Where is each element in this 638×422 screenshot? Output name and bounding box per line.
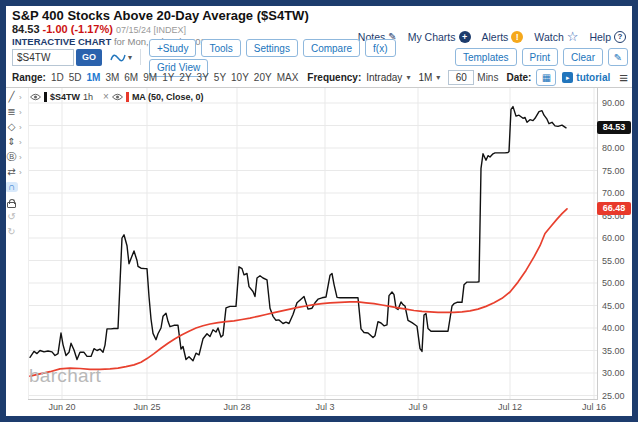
- symbol-input[interactable]: [12, 49, 74, 66]
- study-color-swatch: [126, 92, 129, 102]
- aggregation-dropdown[interactable]: 1M ▾: [418, 72, 440, 83]
- x-tick-label: Jun 20: [40, 402, 84, 412]
- watch-link[interactable]: Watch☆: [534, 29, 578, 44]
- tutorial-link[interactable]: ▸ tutorial: [562, 72, 610, 83]
- watch-label: Watch: [534, 31, 563, 43]
- arrow-tool[interactable]: ⇕›: [5, 136, 29, 148]
- fibonacci-tool[interactable]: ≣›: [5, 106, 29, 118]
- tool-expander-icon[interactable]: ›: [19, 153, 22, 162]
- frequency-label: Frequency:: [307, 72, 361, 83]
- legend-item-price-series[interactable]: $S4TW 1h: [30, 92, 93, 102]
- y-tick-label: 70.00: [602, 188, 625, 198]
- alerts-label: Alerts: [482, 31, 509, 43]
- frequency-dropdown[interactable]: Intraday ▾: [366, 72, 410, 83]
- tool-expander-icon[interactable]: ›: [19, 108, 22, 117]
- alerts-icon: !: [511, 31, 523, 43]
- tools-button[interactable]: Tools: [201, 39, 240, 57]
- frequency-value: Intraday: [366, 72, 402, 83]
- x-tick-label: Jun 25: [125, 402, 169, 412]
- templates-button[interactable]: Templates: [455, 48, 517, 66]
- y-tick-label: 80.00: [602, 143, 625, 153]
- tool-expander-icon[interactable]: ›: [19, 123, 22, 132]
- price-chart-plot[interactable]: [28, 88, 598, 400]
- tool-expander-icon[interactable]: ›: [19, 93, 22, 102]
- y-tick-label: 45.00: [602, 301, 625, 311]
- quote-line: 84.53 -1.00 (-1.17%) 07/15/24 [INDEX]: [12, 23, 186, 35]
- visibility-eye-icon[interactable]: [112, 93, 123, 101]
- remove-study-icon[interactable]: ×: [103, 91, 109, 102]
- compare-arrows-tool-icon: ⇄: [5, 167, 18, 177]
- undo-button[interactable]: ↺: [5, 211, 29, 223]
- y-tick-label: 55.00: [602, 256, 625, 266]
- redo-button[interactable]: ↻: [5, 226, 29, 238]
- price-line-series: [30, 107, 566, 361]
- annotate-pencil-button[interactable]: ✎: [608, 48, 628, 66]
- tool-expander-icon[interactable]: ›: [19, 168, 22, 177]
- barchart-interactive-chart-window: S&P 400 Stocks Above 20-Day Average ($S4…: [0, 0, 638, 422]
- range-10y[interactable]: 10Y: [231, 72, 249, 83]
- redo-button-icon: ↻: [5, 227, 18, 237]
- x-tick-label: Jul 12: [488, 402, 532, 412]
- shapes-tool-icon: ◇: [5, 122, 18, 132]
- aggregation-caret-icon: ▾: [436, 73, 440, 82]
- compare-arrows-tool[interactable]: ⇄›: [5, 166, 29, 178]
- minutes-input[interactable]: [448, 70, 474, 85]
- chart-type-caret-icon[interactable]: ▾: [128, 53, 132, 62]
- clear-button[interactable]: Clear: [563, 48, 603, 66]
- range-bar: Range: 1D5D1M3M6M9M1Y2Y3Y5Y10Y20YMAX Fre…: [0, 68, 638, 88]
- toolbar-divider: [140, 49, 141, 65]
- alerts-link[interactable]: Alerts!: [482, 31, 524, 43]
- chart-area: ╱›≣›◇›⇕›Ⓑ›⇄›∩↺↻ $S4TW 1h × MA (50, Close…: [0, 88, 638, 416]
- range-2y[interactable]: 2Y: [179, 72, 191, 83]
- range-3m[interactable]: 3M: [105, 72, 119, 83]
- trendline-tool[interactable]: ╱›: [5, 91, 29, 103]
- help-link[interactable]: Help?: [589, 31, 626, 43]
- trendline-tool-icon: ╱: [5, 92, 18, 102]
- shapes-tool[interactable]: ◇›: [5, 121, 29, 133]
- x-tick-label: Jul 9: [396, 402, 440, 412]
- range-9m[interactable]: 9M: [143, 72, 157, 83]
- my-charts-plus-icon: +: [459, 31, 471, 43]
- x-tick-label: Jul 16: [572, 402, 616, 412]
- visibility-eye-icon[interactable]: [30, 93, 41, 101]
- page-title: S&P 400 Stocks Above 20-Day Average ($S4…: [12, 8, 309, 23]
- legend-item-ma-study[interactable]: × MA (50, Close, 0): [103, 91, 204, 102]
- magnet-tool-icon: ∩: [5, 182, 18, 192]
- moving-average-series: [30, 209, 567, 376]
- menu-hamburger-icon[interactable]: ≡: [619, 70, 628, 85]
- range-20y[interactable]: 20Y: [254, 72, 272, 83]
- settings-button[interactable]: Settings: [246, 39, 298, 57]
- range-5d[interactable]: 5D: [69, 72, 82, 83]
- chart-type-icon[interactable]: [110, 52, 126, 63]
- tutorial-label: tutorial: [576, 72, 610, 83]
- calendar-icon[interactable]: ▦: [536, 69, 556, 86]
- y-axis-labels: 90.0080.0075.0070.0065.0060.0055.0050.00…: [600, 88, 634, 404]
- x-tick-label: Jul 3: [303, 402, 347, 412]
- series-period: 1h: [83, 92, 93, 102]
- range-1m[interactable]: 1M: [87, 72, 101, 83]
- y-tick-label: 25.00: [602, 391, 625, 401]
- range-6m[interactable]: 6M: [124, 72, 138, 83]
- go-button[interactable]: GO: [76, 49, 102, 66]
- series-color-swatch: [44, 92, 47, 102]
- fx-button[interactable]: f(x): [365, 39, 395, 57]
- help-label: Help: [589, 31, 611, 43]
- tool-expander-icon[interactable]: ›: [19, 138, 22, 147]
- print-button[interactable]: Print: [522, 48, 559, 66]
- toolbar-right-buttons: TemplatesPrintClear✎: [455, 48, 628, 66]
- last-price: 84.53: [12, 23, 40, 35]
- range-max[interactable]: MAX: [277, 72, 299, 83]
- range-1y[interactable]: 1Y: [162, 72, 174, 83]
- lock-tool[interactable]: [5, 196, 29, 208]
- range-1d[interactable]: 1D: [51, 72, 64, 83]
- annotation-tool[interactable]: Ⓑ›: [5, 151, 29, 163]
- quote-date: 07/15/24 [INDEX]: [116, 25, 186, 35]
- x-axis-labels: Jun 20Jun 25Jun 28Jul 3Jul 9Jul 12Jul 16: [0, 402, 638, 414]
- range-3y[interactable]: 3Y: [197, 72, 209, 83]
- compare-button[interactable]: Compare: [303, 39, 360, 57]
- range-5y[interactable]: 5Y: [214, 72, 226, 83]
- chart-toolbar: GO ▾ +StudyToolsSettingsComparef(x)Grid …: [0, 46, 638, 68]
- add-study-button[interactable]: +Study: [149, 39, 196, 57]
- y-tick-label: 60.00: [602, 233, 625, 243]
- magnet-tool[interactable]: ∩: [5, 181, 29, 193]
